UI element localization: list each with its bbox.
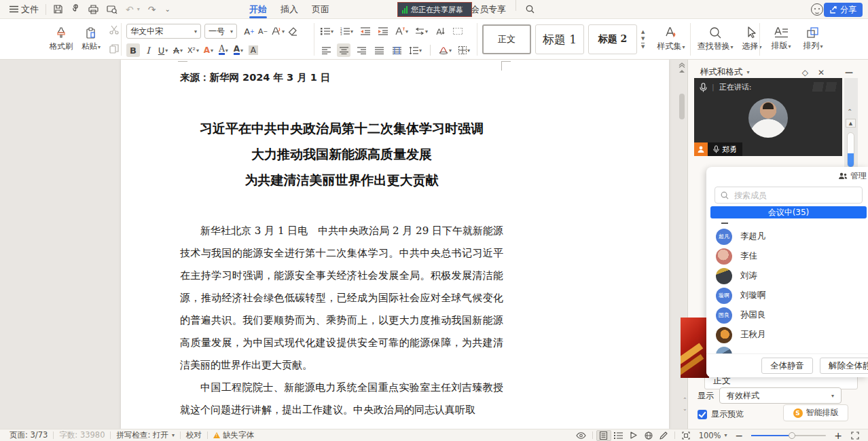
arrange-button[interactable]: 排列▾ [797, 27, 829, 52]
zoom-in-button[interactable]: + [831, 430, 845, 441]
tab-insert[interactable]: 插入 [274, 0, 305, 19]
toolbar-more-button[interactable]: ⌄ [160, 0, 174, 19]
border-button[interactable]: ▾ [457, 43, 471, 57]
member-row[interactable]: 王秋月 [706, 325, 868, 345]
collapse-chevron-icon[interactable]: ⌃ [847, 108, 852, 115]
document-page[interactable]: 来源：新华网 2024 年 3 月 1 日 习近平在中共中央政治局第十二次集体学… [121, 60, 669, 429]
share-button[interactable]: 分享 [824, 3, 863, 17]
tab-home[interactable]: 开始 [242, 0, 274, 19]
strip-scroll-up-button[interactable]: ▲ [846, 119, 856, 128]
typeset-button[interactable]: 排版▾ [765, 27, 797, 52]
case-change-button[interactable]: ▾ [394, 24, 410, 38]
text-outline-button[interactable]: A▾ [202, 43, 215, 57]
outline-view-button[interactable] [611, 430, 626, 441]
show-preview-checkbox[interactable] [698, 410, 707, 419]
file-menu[interactable]: 文件 [5, 0, 43, 19]
styles-scroll-down[interactable]: ▼ [641, 36, 645, 41]
display-style-select[interactable]: 有效样式▾ [719, 387, 842, 404]
fit-page-button[interactable] [679, 430, 693, 441]
distribute-button[interactable] [390, 43, 403, 57]
member-row[interactable]: 超凡 李超凡 [706, 227, 868, 246]
save-button[interactable] [49, 0, 67, 19]
member-search-box[interactable] [715, 187, 863, 204]
member-row[interactable] [706, 345, 868, 354]
bold-button[interactable]: B [126, 43, 140, 57]
increase-indent-button[interactable] [376, 24, 390, 38]
paste-button[interactable]: 粘贴▾ [76, 21, 106, 58]
copy-button[interactable] [107, 42, 121, 56]
strip-scrollbar-thumb[interactable] [847, 132, 854, 168]
align-right-button[interactable] [355, 43, 368, 57]
eye-protection-button[interactable] [574, 430, 589, 441]
missing-font-warning[interactable]: 缺失字体 [208, 429, 259, 441]
superscript-button[interactable]: X²▾ [186, 43, 200, 57]
cjk-layout-button[interactable]: ▾ [414, 24, 429, 38]
proofread-button[interactable]: 校对 [181, 429, 207, 441]
style-normal[interactable]: 正文 [482, 24, 531, 54]
ink-annotation-button[interactable] [656, 430, 671, 441]
scroll-page-up-icon[interactable] [679, 62, 685, 68]
member-row[interactable]: 李佳 [706, 246, 868, 266]
member-search-input[interactable] [733, 190, 835, 201]
word-count[interactable]: 字数: 33980 [54, 429, 110, 441]
pane-minimize-icon[interactable]: — [845, 68, 853, 77]
page-indicator[interactable]: 页面: 3/73 [4, 429, 53, 441]
document-scrollbar-thumb[interactable] [679, 94, 685, 119]
member-row[interactable]: 璇啊 刘璇啊 [706, 286, 868, 305]
manage-members-label[interactable]: 管理 [850, 170, 867, 182]
mute-all-button[interactable]: 全体静音 [761, 358, 813, 374]
text-effects-dropdown[interactable]: ▾ [270, 24, 286, 38]
styles-more-button[interactable]: ▼ [641, 43, 645, 50]
print-button[interactable] [84, 0, 103, 19]
style-heading2[interactable]: 标题 2 [588, 24, 637, 54]
redo-button[interactable]: ↷ [144, 0, 160, 19]
line-spacing-button[interactable]: ▾ [408, 43, 423, 57]
meeting-video-panel[interactable]: | 正在讲话: 郑勇 [694, 78, 842, 156]
pane-close-icon[interactable]: ✕ [818, 68, 825, 77]
select-button[interactable]: 选择▾ [736, 26, 767, 52]
bullet-list-button[interactable]: ▾ [319, 24, 335, 38]
spell-check-toggle[interactable]: 拼写检查: 打开▾ [111, 429, 180, 441]
clear-format-button[interactable] [286, 24, 300, 38]
increase-font-button[interactable]: A+ [242, 24, 256, 38]
scroll-up-arrow-icon[interactable] [679, 69, 685, 73]
find-replace-button[interactable]: 查找替换▾ [694, 26, 736, 52]
tab-page[interactable]: 页面 [305, 0, 336, 19]
task-pane-title[interactable]: 样式和格式▾ [700, 66, 750, 78]
underline-button[interactable]: U▾ [156, 43, 170, 57]
read-mode-button[interactable] [626, 430, 641, 441]
justify-button[interactable] [372, 43, 386, 57]
zoom-slider[interactable] [751, 435, 826, 436]
web-layout-button[interactable] [641, 430, 656, 441]
decrease-font-button[interactable]: A− [256, 24, 270, 38]
highlight-color-button[interactable]: A▾ [217, 43, 230, 57]
in-meeting-count-button[interactable]: 会议中(35) [710, 206, 867, 218]
print-preview-button[interactable] [103, 0, 122, 19]
decrease-indent-button[interactable] [359, 24, 372, 38]
export-pdf-button[interactable] [67, 0, 84, 19]
zoom-slider-thumb[interactable] [789, 432, 795, 439]
align-center-button[interactable] [337, 43, 350, 57]
strikethrough-button[interactable]: A▾ [171, 43, 185, 57]
page-view-button[interactable] [596, 430, 611, 441]
undo-caret[interactable]: ▾ [137, 6, 140, 12]
undo-button[interactable]: ↶▾ [122, 0, 144, 19]
italic-button[interactable]: I [141, 43, 155, 57]
member-row[interactable]: 国良 孙国良 [706, 305, 868, 325]
unmute-all-button[interactable]: 解除全体静音 [820, 358, 868, 374]
cut-button[interactable] [107, 23, 121, 37]
zoom-out-button[interactable]: − [733, 430, 746, 441]
format-painter-button[interactable]: 格式刷 [46, 21, 76, 58]
pane-pin-icon[interactable]: ◇ [802, 68, 808, 77]
style-set-button[interactable]: 样式集▾ [652, 26, 690, 52]
style-heading1[interactable]: 标题 1 [535, 24, 584, 54]
account-avatar-icon[interactable] [811, 3, 823, 16]
char-shading-button[interactable]: A [247, 43, 260, 57]
align-left-button[interactable] [319, 43, 333, 57]
font-color-button[interactable]: A▾ [232, 43, 245, 57]
styles-scroll-up[interactable]: ▲ [641, 29, 645, 35]
zoom-level-button[interactable]: 100%▾ [693, 429, 733, 441]
show-marks-button[interactable] [451, 24, 465, 38]
fullscreen-button[interactable] [848, 430, 863, 441]
document-text[interactable]: 来源：新华网 2024 年 3 月 1 日 习近平在中共中央政治局第十二次集体学… [180, 60, 503, 421]
